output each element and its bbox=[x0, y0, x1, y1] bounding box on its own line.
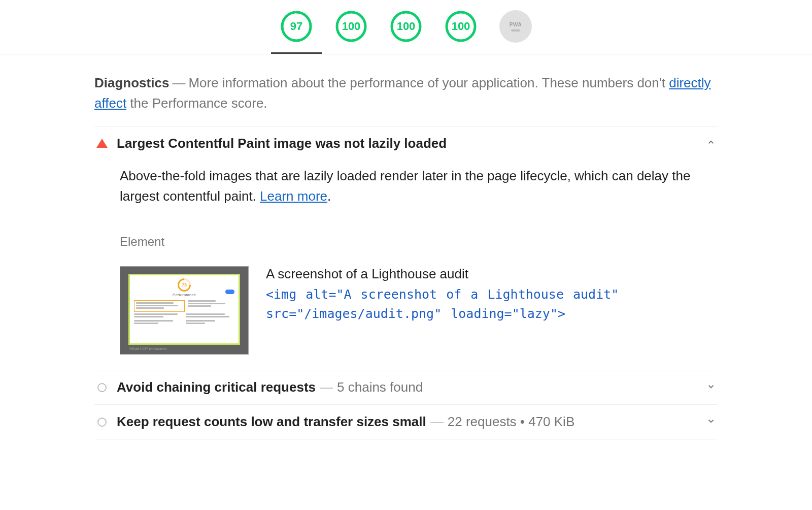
audit-chaining-critical-requests: Avoid chaining critical requests—5 chain… bbox=[94, 370, 718, 405]
pwa-badge[interactable]: PWA bbox=[499, 10, 532, 43]
pwa-bar-icon bbox=[511, 29, 520, 31]
audit-subtext: 5 chains found bbox=[337, 379, 423, 395]
chevron-down-icon bbox=[706, 382, 716, 393]
audit-toggle[interactable]: Largest Contentful Paint image was not l… bbox=[94, 126, 718, 161]
score-gauge-seo[interactable]: 100 bbox=[445, 10, 477, 43]
audit-toggle[interactable]: Keep request counts low and transfer siz… bbox=[94, 405, 718, 439]
chevron-up-icon bbox=[706, 138, 716, 149]
score-value: 97 bbox=[280, 10, 313, 43]
diagnostics-heading: Diagnostics—More information about the p… bbox=[94, 73, 718, 114]
audit-toggle[interactable]: Avoid chaining critical requests—5 chain… bbox=[94, 370, 718, 404]
learn-more-link[interactable]: Learn more bbox=[260, 188, 327, 204]
audit-title: Largest Contentful Paint image was not l… bbox=[117, 136, 447, 151]
element-code-snippet: <img alt="A screenshot of a Lighthouse a… bbox=[266, 285, 716, 323]
audit-title: Keep request counts low and transfer siz… bbox=[117, 414, 426, 429]
diagnostics-title: Diagnostics bbox=[94, 75, 169, 90]
element-row: 73 Performance bbox=[120, 266, 716, 355]
score-gauge-accessibility[interactable]: 100 bbox=[335, 10, 367, 43]
audit-description: Above-the-fold images that are lazily lo… bbox=[120, 166, 716, 207]
audit-lcp-lazy-load: Largest Contentful Paint image was not l… bbox=[94, 126, 718, 371]
audit-subtext: 22 requests • 470 KiB bbox=[448, 414, 574, 429]
element-caption: A screenshot of a Lighthouse audit bbox=[266, 266, 716, 282]
active-tab-indicator bbox=[271, 52, 322, 54]
score-gauge-performance[interactable]: 97 bbox=[280, 10, 313, 43]
score-value: 100 bbox=[335, 10, 367, 43]
warning-triangle-icon bbox=[96, 138, 108, 149]
element-label: Element bbox=[120, 235, 716, 249]
audit-title: Avoid chaining critical requests bbox=[117, 379, 316, 395]
score-gauge-best-practices[interactable]: 100 bbox=[390, 10, 422, 43]
neutral-circle-icon bbox=[96, 417, 108, 428]
score-value: 100 bbox=[390, 10, 422, 43]
chevron-down-icon bbox=[706, 417, 716, 428]
thumbnail-score-icon: 73 bbox=[175, 276, 194, 295]
neutral-circle-icon bbox=[96, 382, 108, 393]
audit-body: Above-the-fold images that are lazily lo… bbox=[94, 161, 718, 370]
element-thumbnail: 73 Performance bbox=[120, 266, 249, 355]
pwa-label: PWA bbox=[510, 22, 522, 27]
score-value: 100 bbox=[445, 10, 477, 43]
audit-list: Largest Contentful Paint image was not l… bbox=[94, 126, 718, 440]
score-header: 97 100 100 100 PWA bbox=[0, 0, 812, 54]
audit-request-counts: Keep request counts low and transfer siz… bbox=[94, 405, 718, 439]
